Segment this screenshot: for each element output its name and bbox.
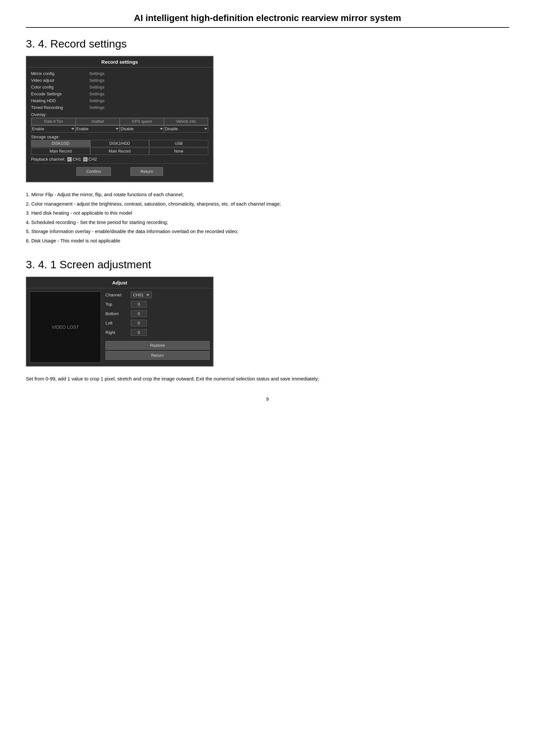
ch2-checkbox[interactable] xyxy=(83,157,88,162)
ch1-checkbox[interactable] xyxy=(67,157,72,162)
top-row: Top 0 xyxy=(105,301,210,308)
video-adjust-row: Video adjust Settings xyxy=(31,77,208,84)
storage-val-1: Main Record xyxy=(90,148,150,155)
encode-settings-row: Encode Settings Settings xyxy=(31,91,208,97)
overlay-section: Overlay: Date 8 Tim chathel GPS speed Ve… xyxy=(31,112,208,132)
adjust-body: VIDEO LOST Channel: CH01 Top 0 Bottom 0 … xyxy=(27,288,213,366)
right-label: Right xyxy=(105,330,128,335)
desc-6: 6. Disk Usage - This model is not applic… xyxy=(26,236,509,246)
channel-select[interactable]: CH01 xyxy=(131,291,152,298)
return-button[interactable]: Return xyxy=(130,167,163,176)
record-settings-panel: Record settings Mirror config Settings V… xyxy=(26,56,213,182)
overlay-dropdowns: Enable Enable Disable Disable xyxy=(31,125,208,132)
storage-label: Storage usage: xyxy=(31,134,208,139)
timed-recording-row: Timed Recording Settings xyxy=(31,104,208,111)
ch2-label: CH2 xyxy=(89,157,97,162)
overlay-dropdown-2-text: Disable xyxy=(121,127,134,131)
adjust-panel: Adjust VIDEO LOST Channel: CH01 Top 0 Bo… xyxy=(26,277,213,366)
mirror-config-row: Mirror config Settings xyxy=(31,70,208,77)
video-adjust-value[interactable]: Settings xyxy=(89,78,104,83)
bottom-label: Bottom xyxy=(105,311,128,316)
timed-recording-label: Timed Recording xyxy=(31,105,89,110)
channel-dropdown-arrow-icon xyxy=(146,294,150,296)
overlay-headers-grid: Date 8 Tim chathel GPS speed Vehicle inf… xyxy=(31,118,208,125)
overlay-dropdown-3[interactable]: Disable xyxy=(164,125,208,132)
loft-label: Loft xyxy=(105,321,128,325)
mirror-config-label: Mirror config xyxy=(31,71,89,76)
storage-section: Storage usage: DISK1/SD DISK2/HDD USB Ma… xyxy=(31,134,208,155)
adjust-buttons: Rastore Return xyxy=(105,341,210,360)
right-value[interactable]: 0 xyxy=(131,329,147,336)
record-panel-buttons: Confirm Return xyxy=(31,164,208,179)
playback-row: Playback channel: CH1 CH2 xyxy=(31,157,208,162)
overlay-dropdown-0[interactable]: Enable xyxy=(31,125,75,132)
color-config-row: Color config Settings xyxy=(31,84,208,91)
playback-ch1[interactable]: CH1 xyxy=(67,157,81,162)
desc-4: 4. Scheduled recording - Set the time pe… xyxy=(26,218,509,227)
section341-description: Set from 0-99, add 1 value to crop 1 pix… xyxy=(26,374,509,384)
confirm-button[interactable]: Confirm xyxy=(76,167,111,176)
bottom-value[interactable]: 0 xyxy=(131,310,147,317)
section-341-heading: 3. 4. 1 Screen adjustment xyxy=(26,258,509,271)
overlay-dropdown-3-text: Disable xyxy=(165,127,178,131)
color-config-value[interactable]: Settings xyxy=(89,85,104,90)
page-title: AI intelligent high-definition electroni… xyxy=(26,13,509,28)
overlay-dropdown-2[interactable]: Disable xyxy=(120,125,164,132)
overlay-header-0: Date 8 Tim xyxy=(31,118,76,125)
storage-col-2: USB xyxy=(149,140,208,147)
desc-1: 1. Mirror Flip - Adjust the mirror, flip… xyxy=(26,190,509,200)
top-label: Top xyxy=(105,302,128,307)
dropdown-arrow-icon-3 xyxy=(204,128,207,130)
overlay-header-2: GPS speed xyxy=(120,118,164,125)
rastore-button[interactable]: Rastore xyxy=(105,341,210,350)
mirror-config-value[interactable]: Settings xyxy=(89,71,104,76)
loft-row: Loft 0 xyxy=(105,320,210,326)
timed-recording-value[interactable]: Settings xyxy=(89,105,104,110)
video-lost-text: VIDEO LOST xyxy=(52,325,79,330)
dropdown-arrow-icon-2 xyxy=(160,128,163,130)
right-row: Right 0 xyxy=(105,329,210,336)
encode-settings-label: Encode Settings xyxy=(31,92,89,96)
heating-hdd-row: Heating HDD Settings xyxy=(31,97,208,104)
video-preview: VIDEO LOST xyxy=(30,291,101,363)
section-34-heading: 3. 4. Record settings xyxy=(26,38,509,50)
adjust-panel-title: Adjust xyxy=(27,277,213,288)
overlay-label: Overlay: xyxy=(31,112,208,117)
top-value[interactable]: 0 xyxy=(131,301,147,308)
loft-value[interactable]: 0 xyxy=(131,320,147,326)
playback-label: Playback channel: xyxy=(31,157,65,162)
overlay-dropdown-1-text: Enable xyxy=(76,127,88,131)
ch1-label: CH1 xyxy=(73,157,81,162)
desc-5: 5. Storage information overlay - enable/… xyxy=(26,227,509,236)
storage-cols-grid: DISK1/SD DISK2/HDD USB xyxy=(31,140,208,147)
dropdown-arrow-icon-0 xyxy=(71,128,74,130)
storage-col-0: DISK1/SD xyxy=(31,140,90,147)
bottom-row: Bottom 0 xyxy=(105,310,210,317)
desc-2: 2. Color management - adjust the brightn… xyxy=(26,200,509,209)
dropdown-arrow-icon-1 xyxy=(116,128,119,130)
storage-values-grid: Main Record Main Record None xyxy=(31,148,208,155)
overlay-header-1: chathel xyxy=(76,118,120,125)
adjust-controls: Channel: CH01 Top 0 Bottom 0 Loft 0 Righ… xyxy=(105,291,210,363)
overlay-dropdown-1[interactable]: Enable xyxy=(75,125,120,132)
adjust-return-button[interactable]: Return xyxy=(105,351,210,360)
storage-val-2: None xyxy=(149,148,208,155)
record-panel-body: Mirror config Settings Video adjust Sett… xyxy=(27,68,213,182)
overlay-header-3: Vehicle info xyxy=(164,118,208,125)
heating-hdd-label: Heating HDD xyxy=(31,98,89,103)
storage-val-0: Main Record xyxy=(31,148,90,155)
playback-ch2[interactable]: CH2 xyxy=(83,157,97,162)
channel-label: Channel: xyxy=(105,292,128,297)
section34-descriptions: 1. Mirror Flip - Adjust the mirror, flip… xyxy=(26,190,509,245)
record-panel-title: Record settings xyxy=(27,57,213,68)
overlay-dropdown-0-text: Enable xyxy=(32,127,44,131)
channel-row: Channel: CH01 xyxy=(105,291,210,298)
storage-col-1: DISK2/HDD xyxy=(90,140,150,147)
video-adjust-label: Video adjust xyxy=(31,78,89,83)
color-config-label: Color config xyxy=(31,85,89,90)
encode-settings-value[interactable]: Settings xyxy=(89,92,104,96)
page-number: 9 xyxy=(26,396,509,402)
channel-value: CH01 xyxy=(133,292,144,297)
desc-3: 3. Hard disk heating - not applicable to… xyxy=(26,208,509,218)
heating-hdd-value[interactable]: Settings xyxy=(89,98,104,103)
